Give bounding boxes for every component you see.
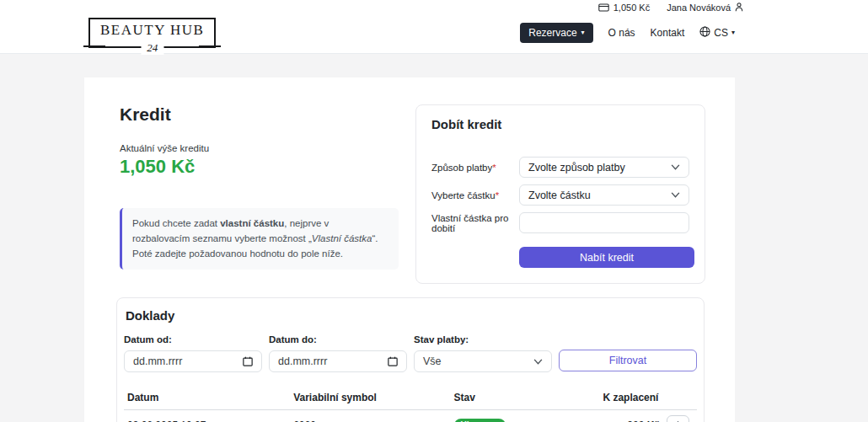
col-header-actions (663, 386, 697, 410)
amount-select-value: Zvolte částku (528, 190, 591, 201)
user-menu[interactable]: Jana Nováková (667, 3, 743, 13)
payment-method-value: Zvolte způsob platby (528, 162, 625, 174)
amount-select-label: Vyberte částku* (431, 190, 519, 200)
person-icon (735, 3, 743, 12)
payment-status-value: Vše (423, 355, 442, 367)
payment-method-select[interactable]: Zvolte způsob platby (519, 157, 689, 178)
logo[interactable]: BEAUTY HUB 24 (88, 18, 216, 48)
info-text-italic: Vlastní částka (312, 233, 372, 243)
topup-title: Dobít kredit (431, 117, 689, 131)
payment-method-label: Způsob platby* (431, 163, 519, 173)
required-mark: * (496, 190, 499, 200)
logo-text: BEAUTY HUB (100, 22, 204, 39)
info-text-bold: vlastní částku (220, 218, 284, 228)
language-selector[interactable]: CS ▾ (699, 26, 735, 40)
amount-select[interactable]: Zvolte částku (519, 184, 689, 206)
documents-title: Doklady (126, 308, 697, 323)
header: BEAUTY HUB 24 Rezervace ▾ O nás Kontakt … (0, 13, 868, 54)
language-code: CS (714, 27, 728, 39)
documents-table: Datum Variabilní symbol Stav K zaplacení… (124, 386, 697, 422)
info-note: Pokud chcete zadat vlastní částku, nejpr… (120, 208, 399, 270)
topup-card: Dobít kredit Způsob platby* Zvolte způso… (415, 104, 705, 284)
topup-submit-button[interactable]: Nabít kredit (519, 247, 694, 268)
nav-o-nas[interactable]: O nás (608, 27, 635, 39)
user-name: Jana Nováková (667, 3, 731, 13)
date-to-input[interactable]: dd.mm.rrrr (269, 350, 407, 372)
rezervace-label: Rezervace (528, 27, 576, 39)
date-to-label: Datum do: (269, 334, 407, 345)
info-text: Pokud chcete zadat (132, 218, 220, 228)
cell-actions (663, 410, 697, 422)
documents-card: Doklady Datum od: dd.mm.rrrr Datum do: d… (116, 297, 705, 422)
balance-value: 1,050 Kč (120, 156, 399, 178)
cell-status: Uhrazena (451, 410, 600, 422)
credit-chip[interactable]: 1,050 Kč (598, 3, 650, 13)
status-badge: Uhrazena (454, 419, 506, 422)
chevron-down-icon (671, 192, 680, 198)
cell-amount: 800 Kč (599, 410, 663, 422)
filter-button[interactable]: Filtrovat (559, 350, 697, 371)
caret-down-icon: ▾ (731, 29, 735, 36)
col-header-status: Stav (451, 386, 600, 410)
logo-number: 24 (141, 41, 163, 55)
calendar-icon (243, 356, 253, 366)
main-panel: Kredit Aktuální výše kreditu 1,050 Kč Po… (84, 77, 735, 422)
nav-kontakt[interactable]: Kontakt (651, 27, 685, 39)
main-nav: Rezervace ▾ O nás Kontakt CS ▾ (520, 23, 735, 43)
col-header-variable-symbol: Variabilní symbol (290, 386, 450, 410)
balance-label: Aktuální výše kreditu (120, 143, 399, 153)
col-header-datum: Datum (124, 386, 290, 410)
page-title: Kredit (120, 104, 399, 125)
table-row: 03.06.2025 10:27 6060 Uhrazena 800 Kč (124, 410, 697, 422)
globe-icon (699, 26, 710, 40)
payment-status-label: Stav platby: (414, 334, 552, 345)
payment-status-select[interactable]: Vše (414, 350, 552, 372)
chevron-down-icon (533, 359, 543, 365)
custom-amount-label: Vlastní částka pro dobití (431, 213, 519, 233)
topbar: 1,050 Kč Jana Nováková (0, 0, 868, 13)
caret-down-icon: ▾ (581, 29, 585, 36)
calendar-icon (388, 356, 398, 366)
required-mark: * (492, 163, 496, 173)
date-from-placeholder: dd.mm.rrrr (133, 355, 182, 367)
download-button[interactable] (667, 415, 689, 422)
date-to-placeholder: dd.mm.rrrr (278, 355, 327, 367)
date-from-input[interactable]: dd.mm.rrrr (124, 350, 262, 372)
date-from-label: Datum od: (124, 334, 262, 345)
cell-variable-symbol: 6060 (290, 410, 450, 422)
credit-amount: 1,050 Kč (613, 3, 650, 13)
cell-datum: 03.06.2025 10:27 (124, 410, 290, 422)
col-header-amount: K zaplacení (599, 386, 663, 410)
custom-amount-input[interactable] (528, 217, 680, 229)
custom-amount-field (519, 212, 689, 233)
rezervace-button[interactable]: Rezervace ▾ (520, 23, 592, 43)
chevron-down-icon (671, 164, 680, 170)
credit-card-icon (598, 3, 609, 12)
